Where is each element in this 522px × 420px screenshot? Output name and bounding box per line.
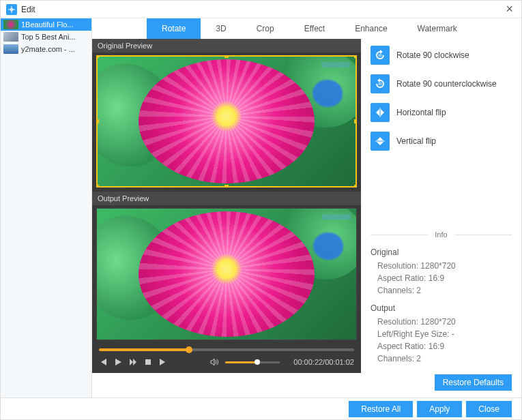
restore-all-button[interactable]: Restore All [349,401,413,417]
sidebar: 1Beautiful Flo... Top 5 Best Ani... y2ma… [1,18,92,397]
svg-text:90: 90 [378,53,382,57]
player-controls: 00:00:22/00:01:02 [92,344,361,373]
action-label: Vertical flip [396,136,436,146]
sidebar-item-0[interactable]: 1Beautiful Flo... [1,18,91,31]
action-label: Rotate 90 clockwise [396,50,469,60]
crop-handle[interactable] [224,55,229,58]
tab-crop[interactable]: Crop [242,18,289,39]
restore-defaults-button[interactable]: Restore Defaults [435,374,512,391]
thumbnail [3,44,18,54]
sidebar-item-label: y2mate.com - ... [21,45,75,53]
info-row: Aspect Ratio: 16:9 [371,340,512,352]
svg-rect-1 [145,359,151,365]
rotate-cw-icon: 90 [371,46,390,65]
flip-vertical-button[interactable]: Vertical flip [371,132,512,151]
crop-handle[interactable] [354,55,357,58]
footer: Restore All Apply Close [1,397,521,420]
thumbnail [3,32,18,42]
watermark [322,214,351,220]
thumbnail [3,20,18,29]
crop-handle[interactable] [354,119,357,123]
titlebar: Edit × [1,1,521,18]
info-row: Resolution: 1280*720 [371,260,512,272]
crop-handle[interactable] [224,185,229,188]
tab-3d[interactable]: 3D [201,18,241,39]
tab-effect[interactable]: Effect [289,18,340,39]
original-preview-label: Original Preview [92,39,361,52]
rotate-ccw-button[interactable]: 90 Rotate 90 counterclockwise [371,74,512,93]
info-row: Channels: 2 [371,284,512,297]
timeline[interactable] [99,348,354,351]
info-row: Channels: 2 [371,352,512,365]
watermark [321,62,350,68]
info-row: Aspect Ratio: 16:9 [371,272,512,284]
tabs: Rotate 3D Crop Effect Enhance Watermark [92,18,521,39]
sidebar-item-label: 1Beautiful Flo... [21,20,73,29]
prev-button[interactable] [99,358,107,366]
rotate-cw-button[interactable]: 90 Rotate 90 clockwise [371,46,512,65]
output-preview: Output Preview [92,192,361,344]
output-preview-image [96,208,357,340]
crop-handle[interactable] [354,185,357,188]
stop-button[interactable] [144,358,152,366]
info-original-title: Original [371,247,512,257]
info-row: Left/Right Eye Size: - [371,328,512,340]
sidebar-item-2[interactable]: y2mate.com - ... [1,43,91,55]
svg-text:90: 90 [378,82,382,86]
flip-horizontal-button[interactable]: Horizontal flip [371,103,512,122]
tab-watermark[interactable]: Watermark [403,18,472,39]
app-icon [6,4,17,15]
output-preview-label: Output Preview [92,192,361,205]
tab-enhance[interactable]: Enhance [340,18,402,39]
info-output-title: Output [371,303,512,313]
original-preview: Original Preview [92,39,361,192]
crop-handle[interactable] [96,55,99,58]
original-preview-image[interactable] [96,55,357,188]
apply-button[interactable]: Apply [417,401,462,417]
play-button[interactable] [114,358,122,366]
time-display: 00:00:22/00:01:02 [293,358,354,366]
info-row: Resolution: 1280*720 [371,316,512,328]
window-title: Edit [21,5,503,14]
next-button[interactable] [159,358,167,366]
action-label: Horizontal flip [396,108,446,117]
info-panel: Info Original Resolution: 1280*720 Aspec… [371,235,512,372]
flip-v-icon [371,132,390,151]
tab-rotate[interactable]: Rotate [147,18,201,39]
flip-h-icon [371,103,390,122]
rotate-ccw-icon: 90 [371,74,390,93]
info-header: Info [428,230,455,239]
sidebar-item-1[interactable]: Top 5 Best Ani... [1,31,91,43]
close-icon[interactable]: × [503,2,516,16]
action-label: Rotate 90 counterclockwise [396,79,497,89]
timeline-handle[interactable] [186,346,192,353]
sidebar-item-label: Top 5 Best Ani... [21,33,76,41]
fast-forward-button[interactable] [129,358,137,366]
crop-handle[interactable] [96,185,99,188]
volume-icon[interactable] [210,358,218,366]
volume-slider[interactable] [225,361,280,363]
volume-handle[interactable] [255,359,260,365]
crop-handle[interactable] [96,119,99,123]
close-button[interactable]: Close [466,401,512,417]
